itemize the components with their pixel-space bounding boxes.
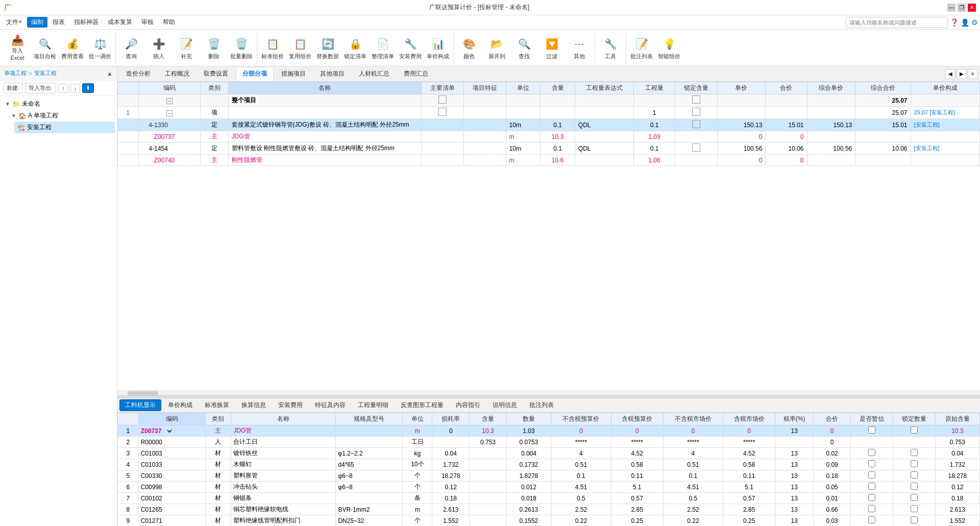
other-button[interactable]: ⋯ 其他 xyxy=(566,33,593,63)
is-temp-checkbox-8[interactable] xyxy=(868,505,875,512)
query-button[interactable]: 🔎 查询 xyxy=(118,33,144,63)
menu-help[interactable]: 帮助 xyxy=(159,17,179,28)
is-temp-checkbox-5[interactable] xyxy=(868,471,875,479)
tab-overview[interactable]: 工程概况 xyxy=(158,67,196,81)
is-temp-checkbox-7[interactable] xyxy=(868,494,875,501)
tools-button[interactable]: 🔧 工具 xyxy=(597,33,624,63)
row-expand[interactable]: － xyxy=(138,94,201,107)
tab-scroll-button[interactable]: ≡ xyxy=(968,69,978,79)
menu-edit[interactable]: 编制 xyxy=(27,17,47,28)
is-temp-checkbox-4[interactable] xyxy=(868,460,875,467)
tab-next-button[interactable]: ▶ xyxy=(957,69,967,79)
import-excel-button[interactable]: 📥 导入Excel xyxy=(4,33,31,63)
replace-data-button[interactable]: 🔄 替换数据 xyxy=(314,33,341,63)
tree-item-install[interactable]: 🏗️ 安装工程 xyxy=(14,122,115,133)
tab-fee-settings[interactable]: 取费设置 xyxy=(197,67,235,81)
btab-figure-qty[interactable]: 反查图形工程量 xyxy=(395,399,449,411)
btab-features[interactable]: 特征及内容 xyxy=(309,399,351,411)
insert-button[interactable]: ➕ 插入 xyxy=(145,33,172,63)
row-name: 刚性阻燃管 xyxy=(228,155,422,166)
is-temp-checkbox-9[interactable] xyxy=(868,516,875,523)
replace-data-label: 替换数据 xyxy=(316,53,339,60)
bottom-panel: 工料机显示 单价构成 标准换算 换算信息 安装费用 特征及内容 工程量明细 反查… xyxy=(117,398,980,526)
fee-view-button[interactable]: 💰 费用查看 xyxy=(59,33,86,63)
organize-list-button[interactable]: 📄 整理清单 xyxy=(370,33,396,63)
close-button[interactable]: ✕ xyxy=(968,4,976,12)
tab-resources[interactable]: 人材机汇总 xyxy=(352,67,396,81)
menu-file[interactable]: 文件+ xyxy=(2,17,26,28)
color-button[interactable]: 🎨 颜色 xyxy=(456,33,482,63)
breadcrumb-expand-icon[interactable]: ▲ xyxy=(107,70,113,77)
menu-index[interactable]: 指标神器 xyxy=(70,17,103,28)
hscroll-thumb[interactable] xyxy=(128,391,158,395)
delete-button[interactable]: 🗑️ 删除 xyxy=(201,33,227,63)
tree-item-root[interactable]: ▼ 📁 未命名 xyxy=(2,98,115,110)
filter-button[interactable]: 🔽 过滤 xyxy=(538,33,565,63)
menu-review[interactable]: 审核 xyxy=(137,17,158,28)
btab-std-conversion[interactable]: 标准换算 xyxy=(199,399,235,411)
breadcrumb-project[interactable]: 单项工程 xyxy=(4,69,27,77)
global-search[interactable] xyxy=(846,17,948,28)
horizontal-scrollbar[interactable] xyxy=(117,390,980,395)
locked-checkbox-7[interactable] xyxy=(911,494,918,501)
is-temp-checkbox[interactable] xyxy=(868,426,875,434)
unified-adjust-button[interactable]: ⚖️ 统一调价 xyxy=(87,33,113,63)
unit-price-button[interactable]: 📊 单价构成 xyxy=(425,33,451,63)
expand-to-button[interactable]: 📂 展开到 xyxy=(483,33,510,63)
insert-label: 插入 xyxy=(153,53,164,60)
row-name: 镀锌铁丝 xyxy=(231,448,336,459)
reuse-pricing-button[interactable]: 📋 复用组价 xyxy=(287,33,313,63)
locked-checkbox-6[interactable] xyxy=(911,483,918,490)
locked-checkbox-4[interactable] xyxy=(911,460,918,467)
project-check-button[interactable]: 🔍 项目自检 xyxy=(32,33,58,63)
tab-fee-summary[interactable]: 费用汇总 xyxy=(397,67,435,81)
upload-button[interactable]: ⬆ xyxy=(82,83,94,93)
new-button[interactable]: 新建· xyxy=(3,83,23,93)
move-up-button[interactable]: ↑ xyxy=(58,84,68,93)
tab-prev-button[interactable]: ◀ xyxy=(945,69,955,79)
tree-item-single[interactable]: ▼ 🏠 A 单项工程 xyxy=(8,110,115,122)
tab-measures[interactable]: 措施项目 xyxy=(275,67,312,81)
row-qty: 10.3 xyxy=(470,425,507,437)
btab-conversion-info[interactable]: 换算信息 xyxy=(236,399,272,411)
annotation-list-button[interactable]: 📝 批注列表 xyxy=(628,33,655,63)
locked-checkbox-3[interactable] xyxy=(911,449,918,456)
settings-icon[interactable]: ⚙ xyxy=(971,18,978,27)
lock-list-button[interactable]: 🔒 锁定清单 xyxy=(342,33,369,63)
batch-delete-button[interactable]: 🗑️ 批量删除 xyxy=(228,33,255,63)
locked-checkbox-5[interactable] xyxy=(911,471,918,479)
menu-report[interactable]: 报表 xyxy=(48,17,69,28)
move-down-button[interactable]: ↓ xyxy=(70,84,81,93)
import-export-button[interactable]: 导入导出· xyxy=(25,83,56,93)
std-pricing-button[interactable]: 📋 标准组价 xyxy=(259,33,286,63)
user-icon[interactable]: 👤 xyxy=(961,18,969,27)
is-temp-checkbox-3[interactable] xyxy=(868,449,875,456)
btab-install-fee[interactable]: 安装费用 xyxy=(273,399,308,411)
is-temp-checkbox-6[interactable] xyxy=(868,483,875,490)
install-fee-button[interactable]: 🔧 安装费用 xyxy=(397,33,424,63)
minimize-button[interactable]: — xyxy=(947,4,955,12)
breadcrumb-install[interactable]: 安装工程 xyxy=(34,69,57,77)
code-dropdown[interactable]: ▼ xyxy=(163,428,174,435)
menu-cost[interactable]: 成本复算 xyxy=(104,17,136,28)
col-header-amount: 工程量 xyxy=(633,82,675,94)
tab-division[interactable]: 分部分项 xyxy=(236,67,274,81)
locked-checkbox[interactable] xyxy=(911,426,918,434)
supplement-button[interactable]: 📝 补充 xyxy=(173,33,200,63)
restore-button[interactable]: ❐ xyxy=(958,4,966,12)
btab-annotation[interactable]: 批注列表 xyxy=(524,399,559,411)
row-tax-budget: 0.58 xyxy=(611,459,663,470)
locked-checkbox-9[interactable] xyxy=(911,516,918,523)
row-expand[interactable]: － xyxy=(138,107,201,119)
btab-description[interactable]: 说明信息 xyxy=(487,399,523,411)
find-button[interactable]: 🔍 查找 xyxy=(511,33,537,63)
btab-content-guide[interactable]: 内容指引 xyxy=(450,399,486,411)
btab-qty-detail[interactable]: 工程量明细 xyxy=(352,399,394,411)
tab-other[interactable]: 其他项目 xyxy=(313,67,351,81)
btab-materials[interactable]: 工料机显示 xyxy=(119,399,161,411)
tab-cost-analysis[interactable]: 造价分析 xyxy=(119,67,157,81)
btab-price-composition[interactable]: 单价构成 xyxy=(162,399,198,411)
locked-checkbox-8[interactable] xyxy=(911,505,918,512)
smart-pricing-button[interactable]: 💡 智能组价 xyxy=(656,33,682,63)
row-tax-rate: 13 xyxy=(775,459,814,470)
